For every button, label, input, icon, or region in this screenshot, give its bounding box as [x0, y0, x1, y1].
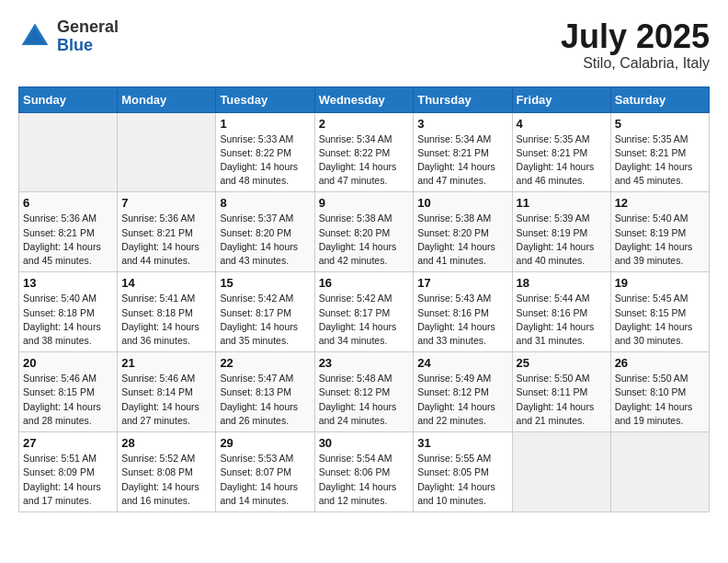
- day-details: Sunrise: 5:38 AMSunset: 8:20 PMDaylight:…: [417, 212, 507, 268]
- calendar-cell: 12Sunrise: 5:40 AMSunset: 8:19 PMDayligh…: [610, 192, 709, 272]
- day-number: 21: [121, 356, 211, 370]
- logo-icon: [18, 20, 51, 53]
- day-number: 8: [220, 196, 310, 210]
- calendar-cell: [118, 112, 216, 192]
- day-of-week-header: Saturday: [610, 86, 709, 112]
- day-details: Sunrise: 5:36 AMSunset: 8:21 PMDaylight:…: [121, 212, 211, 268]
- logo: General Blue: [18, 18, 119, 55]
- day-details: Sunrise: 5:48 AMSunset: 8:12 PMDaylight:…: [319, 372, 410, 428]
- calendar-cell: 23Sunrise: 5:48 AMSunset: 8:12 PMDayligh…: [314, 352, 414, 432]
- day-details: Sunrise: 5:37 AMSunset: 8:20 PMDaylight:…: [220, 212, 310, 268]
- day-number: 27: [23, 436, 113, 450]
- calendar-cell: 16Sunrise: 5:42 AMSunset: 8:17 PMDayligh…: [314, 272, 414, 352]
- calendar-cell: 26Sunrise: 5:50 AMSunset: 8:10 PMDayligh…: [610, 352, 709, 432]
- day-of-week-header: Thursday: [414, 86, 512, 112]
- day-details: Sunrise: 5:38 AMSunset: 8:20 PMDaylight:…: [319, 212, 410, 268]
- day-details: Sunrise: 5:34 AMSunset: 8:21 PMDaylight:…: [417, 132, 507, 189]
- title-block: July 2025 Stilo, Calabria, Italy: [561, 18, 710, 72]
- calendar-cell: 1Sunrise: 5:33 AMSunset: 8:22 PMDaylight…: [216, 112, 314, 192]
- day-details: Sunrise: 5:40 AMSunset: 8:18 PMDaylight:…: [23, 292, 113, 348]
- day-details: Sunrise: 5:49 AMSunset: 8:12 PMDaylight:…: [417, 372, 507, 428]
- day-of-week-header: Tuesday: [216, 86, 314, 112]
- day-details: Sunrise: 5:35 AMSunset: 8:21 PMDaylight:…: [615, 132, 705, 189]
- day-number: 2: [319, 117, 410, 131]
- day-details: Sunrise: 5:55 AMSunset: 8:05 PMDaylight:…: [417, 452, 507, 508]
- calendar-cell: 28Sunrise: 5:52 AMSunset: 8:08 PMDayligh…: [118, 432, 216, 512]
- day-details: Sunrise: 5:41 AMSunset: 8:18 PMDaylight:…: [121, 292, 211, 348]
- calendar-cell: 10Sunrise: 5:38 AMSunset: 8:20 PMDayligh…: [414, 192, 512, 272]
- day-details: Sunrise: 5:42 AMSunset: 8:17 PMDaylight:…: [220, 292, 310, 348]
- day-details: Sunrise: 5:53 AMSunset: 8:07 PMDaylight:…: [220, 452, 310, 508]
- day-number: 6: [23, 196, 113, 210]
- day-number: 14: [121, 276, 211, 290]
- logo-general: General: [57, 18, 119, 37]
- header-row: SundayMondayTuesdayWednesdayThursdayFrid…: [19, 86, 710, 112]
- day-number: 10: [417, 196, 507, 210]
- day-number: 28: [121, 436, 211, 450]
- calendar-cell: 25Sunrise: 5:50 AMSunset: 8:11 PMDayligh…: [512, 352, 610, 432]
- calendar-cell: 29Sunrise: 5:53 AMSunset: 8:07 PMDayligh…: [216, 432, 314, 512]
- calendar-cell: 30Sunrise: 5:54 AMSunset: 8:06 PMDayligh…: [314, 432, 414, 512]
- calendar-cell: 19Sunrise: 5:45 AMSunset: 8:15 PMDayligh…: [610, 272, 709, 352]
- day-details: Sunrise: 5:46 AMSunset: 8:14 PMDaylight:…: [121, 372, 211, 428]
- calendar-week-row: 20Sunrise: 5:46 AMSunset: 8:15 PMDayligh…: [19, 352, 710, 432]
- calendar-table: SundayMondayTuesdayWednesdayThursdayFrid…: [18, 86, 710, 512]
- day-details: Sunrise: 5:54 AMSunset: 8:06 PMDaylight:…: [319, 452, 410, 508]
- day-number: 31: [417, 436, 507, 450]
- day-number: 7: [121, 196, 211, 210]
- calendar-week-row: 27Sunrise: 5:51 AMSunset: 8:09 PMDayligh…: [19, 432, 710, 512]
- day-details: Sunrise: 5:33 AMSunset: 8:22 PMDaylight:…: [220, 132, 310, 189]
- calendar-cell: 11Sunrise: 5:39 AMSunset: 8:19 PMDayligh…: [512, 192, 610, 272]
- day-details: Sunrise: 5:46 AMSunset: 8:15 PMDaylight:…: [23, 372, 113, 428]
- day-of-week-header: Wednesday: [314, 86, 414, 112]
- day-details: Sunrise: 5:36 AMSunset: 8:21 PMDaylight:…: [23, 212, 113, 268]
- day-details: Sunrise: 5:39 AMSunset: 8:19 PMDaylight:…: [517, 212, 607, 268]
- page-header: General Blue July 2025 Stilo, Calabria, …: [18, 18, 710, 72]
- calendar-week-row: 13Sunrise: 5:40 AMSunset: 8:18 PMDayligh…: [19, 272, 710, 352]
- day-number: 13: [23, 276, 113, 290]
- day-details: Sunrise: 5:45 AMSunset: 8:15 PMDaylight:…: [615, 292, 705, 348]
- day-number: 5: [615, 117, 705, 131]
- month-title: July 2025: [561, 18, 710, 55]
- calendar-cell: 15Sunrise: 5:42 AMSunset: 8:17 PMDayligh…: [216, 272, 314, 352]
- day-number: 3: [417, 117, 507, 131]
- day-of-week-header: Friday: [512, 86, 610, 112]
- calendar-cell: 5Sunrise: 5:35 AMSunset: 8:21 PMDaylight…: [610, 112, 709, 192]
- day-number: 9: [319, 196, 410, 210]
- calendar-cell: 27Sunrise: 5:51 AMSunset: 8:09 PMDayligh…: [19, 432, 118, 512]
- day-details: Sunrise: 5:35 AMSunset: 8:21 PMDaylight:…: [517, 132, 607, 189]
- day-details: Sunrise: 5:50 AMSunset: 8:11 PMDaylight:…: [517, 372, 607, 428]
- location-subtitle: Stilo, Calabria, Italy: [561, 55, 710, 72]
- day-details: Sunrise: 5:34 AMSunset: 8:22 PMDaylight:…: [319, 132, 410, 189]
- calendar-cell: 7Sunrise: 5:36 AMSunset: 8:21 PMDaylight…: [118, 192, 216, 272]
- logo-blue: Blue: [57, 37, 119, 55]
- day-number: 12: [615, 196, 705, 210]
- calendar-cell: 18Sunrise: 5:44 AMSunset: 8:16 PMDayligh…: [512, 272, 610, 352]
- calendar-cell: 14Sunrise: 5:41 AMSunset: 8:18 PMDayligh…: [118, 272, 216, 352]
- day-details: Sunrise: 5:50 AMSunset: 8:10 PMDaylight:…: [615, 372, 705, 428]
- calendar-week-row: 6Sunrise: 5:36 AMSunset: 8:21 PMDaylight…: [19, 192, 710, 272]
- calendar-cell: 8Sunrise: 5:37 AMSunset: 8:20 PMDaylight…: [216, 192, 314, 272]
- day-details: Sunrise: 5:44 AMSunset: 8:16 PMDaylight:…: [517, 292, 607, 348]
- day-number: 1: [220, 117, 310, 131]
- calendar-cell: [512, 432, 610, 512]
- day-number: 20: [23, 356, 113, 370]
- day-details: Sunrise: 5:51 AMSunset: 8:09 PMDaylight:…: [23, 452, 113, 508]
- day-number: 19: [615, 276, 705, 290]
- day-number: 23: [319, 356, 410, 370]
- day-number: 22: [220, 356, 310, 370]
- calendar-cell: 22Sunrise: 5:47 AMSunset: 8:13 PMDayligh…: [216, 352, 314, 432]
- calendar-cell: 20Sunrise: 5:46 AMSunset: 8:15 PMDayligh…: [19, 352, 118, 432]
- day-number: 18: [517, 276, 607, 290]
- day-of-week-header: Sunday: [19, 86, 118, 112]
- day-number: 24: [417, 356, 507, 370]
- calendar-cell: 13Sunrise: 5:40 AMSunset: 8:18 PMDayligh…: [19, 272, 118, 352]
- calendar-cell: 6Sunrise: 5:36 AMSunset: 8:21 PMDaylight…: [19, 192, 118, 272]
- day-number: 29: [220, 436, 310, 450]
- calendar-cell: 2Sunrise: 5:34 AMSunset: 8:22 PMDaylight…: [314, 112, 414, 192]
- day-details: Sunrise: 5:52 AMSunset: 8:08 PMDaylight:…: [121, 452, 211, 508]
- calendar-cell: 9Sunrise: 5:38 AMSunset: 8:20 PMDaylight…: [314, 192, 414, 272]
- day-number: 17: [417, 276, 507, 290]
- day-number: 26: [615, 356, 705, 370]
- day-number: 4: [517, 117, 607, 131]
